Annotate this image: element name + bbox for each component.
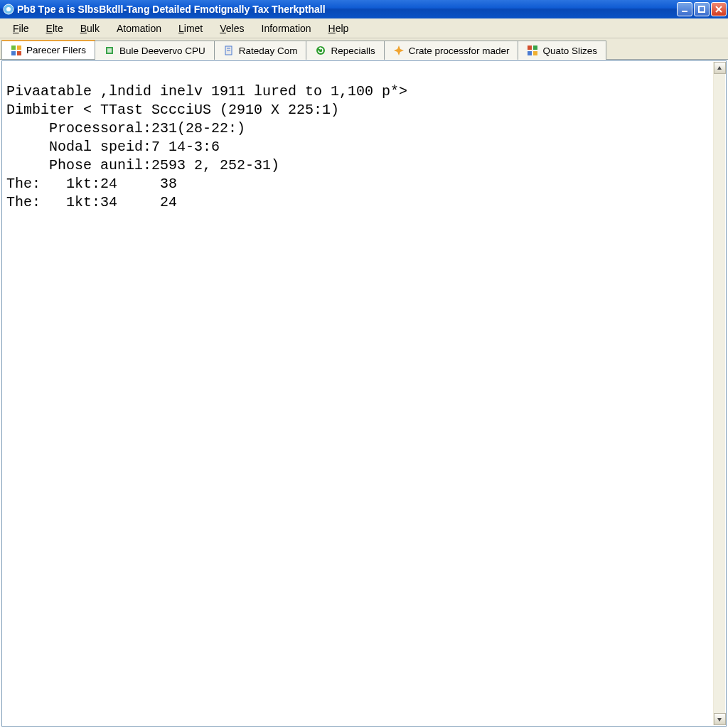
- menu-elte[interactable]: Elte: [39, 21, 70, 36]
- maximize-button[interactable]: [694, 2, 710, 16]
- svg-rect-7: [17, 46, 21, 50]
- tab-quato-slizes[interactable]: Quato Slizes: [518, 41, 606, 60]
- tab-label: Crate processfor mader: [409, 46, 510, 56]
- spark-icon: [393, 45, 405, 56]
- tab-label: Quato Slizes: [542, 46, 597, 56]
- chip-icon: [104, 45, 115, 56]
- menu-information[interactable]: Information: [255, 21, 318, 36]
- console-line: Nodal speid:7 14-3:6: [6, 139, 220, 155]
- svg-rect-2: [682, 11, 687, 12]
- vertical-scrollbar[interactable]: [713, 62, 725, 725]
- window-title: Pb8 Tpe a is SlbsBkdll-Tang Detailed Fmo…: [17, 4, 677, 15]
- console-panel: Pivaatable ,lndid inelv 1911 lured to 1,…: [1, 60, 727, 727]
- svg-rect-11: [107, 48, 112, 53]
- toolbar-tabs: Parecer Filers Bule Deevervo CPU Rateday…: [0, 38, 728, 60]
- menu-limet[interactable]: Limet: [171, 21, 210, 36]
- svg-rect-8: [11, 51, 16, 55]
- svg-rect-9: [17, 51, 21, 55]
- menu-file[interactable]: File: [6, 21, 36, 36]
- window-controls: [677, 2, 727, 16]
- svg-rect-21: [533, 51, 537, 55]
- tab-label: Parecer Filers: [26, 45, 86, 55]
- close-button[interactable]: [711, 2, 727, 16]
- grid-icon: [11, 45, 22, 56]
- minimize-button[interactable]: [677, 2, 692, 16]
- menu-veles[interactable]: Veles: [213, 21, 251, 36]
- tab-crate-processor-mader[interactable]: Crate processfor mader: [384, 41, 519, 60]
- console-line: Phose aunil:2593 2, 252-31): [6, 157, 279, 173]
- content-area: Pivaatable ,lndid inelv 1911 lured to 1,…: [0, 60, 728, 728]
- svg-rect-19: [533, 46, 537, 50]
- tiles-icon: [527, 45, 538, 56]
- scroll-up-button[interactable]: [714, 62, 726, 74]
- titlebar: Pb8 Tpe a is SlbsBkdll-Tang Detailed Fmo…: [0, 0, 728, 18]
- menu-atomation[interactable]: Atomation: [109, 21, 168, 36]
- tab-label: Bule Deevervo CPU: [119, 46, 205, 56]
- tab-bule-deevervo-cpu[interactable]: Bule Deevervo CPU: [95, 41, 215, 60]
- tab-label: Rateday Com: [239, 46, 298, 56]
- console-line: Pivaatable ,lndid inelv 1911 lured to 1,…: [6, 83, 407, 100]
- tab-label: Repecialls: [331, 46, 375, 56]
- console-line: The: 1kt:34 24: [6, 194, 177, 210]
- tab-rateday-com[interactable]: Rateday Com: [214, 41, 307, 60]
- app-icon: [3, 4, 14, 15]
- svg-marker-23: [717, 718, 722, 722]
- menu-help[interactable]: Help: [321, 21, 356, 36]
- svg-marker-17: [394, 46, 404, 55]
- tab-parecer-filers[interactable]: Parecer Filers: [1, 40, 95, 59]
- console-output: Pivaatable ,lndid inelv 1911 lured to 1,…: [2, 61, 726, 233]
- console-line: The: 1kt:24 38: [6, 176, 177, 192]
- menubar: File Elte Bulk Atomation Limet Veles Inf…: [0, 18, 728, 38]
- svg-rect-20: [528, 51, 532, 55]
- scroll-down-button[interactable]: [714, 713, 726, 725]
- tab-repecialls[interactable]: Repecialls: [306, 41, 384, 60]
- refresh-icon: [315, 45, 326, 56]
- console-line: Dimbiter < TTast ScсciUS (2910 X 225:1): [6, 102, 339, 118]
- svg-rect-3: [699, 6, 705, 12]
- doc-icon: [223, 45, 235, 56]
- menu-bulk[interactable]: Bulk: [73, 21, 107, 36]
- svg-rect-18: [528, 46, 532, 50]
- svg-rect-6: [11, 46, 16, 50]
- console-line: Processoral:231(28-22:): [6, 120, 245, 136]
- svg-marker-22: [717, 66, 722, 70]
- svg-point-1: [6, 7, 11, 11]
